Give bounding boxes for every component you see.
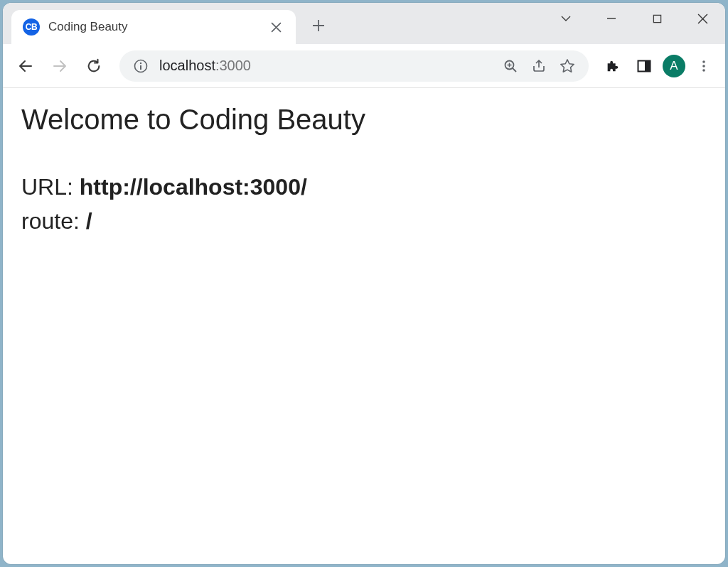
browser-window: CB Coding Beauty [3, 3, 725, 564]
svg-point-2 [140, 62, 141, 63]
svg-point-7 [702, 60, 705, 63]
three-dots-icon [697, 59, 711, 73]
url-label: URL: [21, 174, 80, 200]
window-dropdown-button[interactable] [543, 3, 589, 34]
favicon-icon: CB [23, 18, 40, 36]
back-button[interactable] [11, 52, 40, 80]
tab-title: Coding Beauty [48, 20, 259, 34]
svg-point-8 [702, 65, 705, 68]
url-line: URL: http://localhost:3000/ [21, 170, 707, 204]
panel-icon [637, 59, 651, 73]
maximize-icon [653, 14, 662, 23]
zoom-icon [503, 59, 518, 73]
window-close-button[interactable] [680, 3, 725, 34]
svg-point-9 [702, 69, 705, 72]
close-tab-button[interactable] [267, 18, 284, 36]
minimize-button[interactable] [589, 3, 634, 34]
sidepanel-button[interactable] [631, 53, 657, 79]
extensions-button[interactable] [600, 53, 626, 79]
forward-button[interactable] [46, 52, 74, 80]
menu-button[interactable] [691, 53, 717, 79]
address-bar[interactable]: localhost:3000 [119, 50, 589, 82]
svg-rect-0 [653, 15, 660, 22]
info-icon[interactable] [131, 59, 151, 73]
profile-avatar[interactable]: A [663, 55, 685, 77]
svg-rect-3 [140, 65, 141, 70]
new-tab-button[interactable] [303, 10, 334, 41]
route-line: route: / [21, 204, 707, 238]
bookmark-button[interactable] [557, 58, 577, 74]
address-host: localhost [159, 58, 215, 73]
reload-button[interactable] [80, 52, 108, 80]
close-icon [697, 14, 708, 24]
url-value: http://localhost:3000/ [80, 174, 307, 200]
address-text: localhost:3000 [159, 58, 492, 74]
share-icon [532, 59, 546, 73]
page-content: Welcome to Coding Beauty URL: http://loc… [3, 88, 725, 564]
chevron-down-icon [560, 12, 572, 25]
arrow-right-icon [51, 58, 68, 75]
route-label: route: [21, 208, 86, 234]
titlebar: CB Coding Beauty [3, 3, 725, 44]
browser-tab[interactable]: CB Coding Beauty [11, 10, 296, 44]
zoom-button[interactable] [500, 59, 520, 73]
puzzle-icon [605, 58, 621, 74]
reload-icon [86, 58, 102, 74]
svg-rect-6 [645, 60, 651, 71]
window-controls [543, 3, 725, 34]
maximize-button[interactable] [634, 3, 680, 34]
browser-toolbar: localhost:3000 A [3, 44, 725, 88]
share-button[interactable] [529, 59, 549, 73]
star-icon [560, 58, 575, 74]
address-port: :3000 [215, 58, 251, 73]
route-value: / [86, 208, 92, 234]
page-heading: Welcome to Coding Beauty [21, 104, 707, 136]
minimize-icon [606, 14, 616, 23]
arrow-left-icon [17, 58, 34, 75]
close-icon [271, 22, 282, 33]
plus-icon [312, 19, 325, 32]
